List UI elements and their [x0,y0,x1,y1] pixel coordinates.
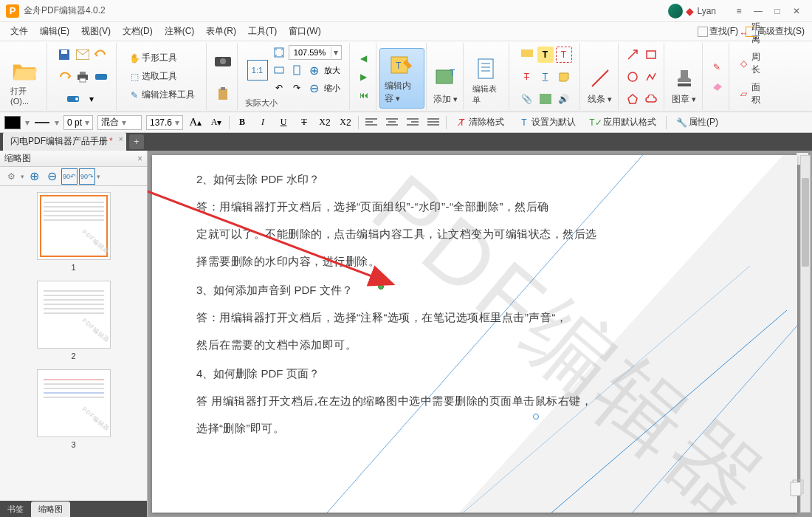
zoom-in-icon[interactable]: ⊕ [306,62,323,78]
redo-icon[interactable] [56,69,72,85]
panel-close-icon[interactable]: × [137,154,142,164]
thumbnail-page-1[interactable]: PDF编辑器 [37,192,111,260]
scrollbar-thumb[interactable] [802,178,809,267]
thumbnail-page-3[interactable]: PDF编辑器 [37,369,111,437]
strike-button[interactable]: T [296,114,312,131]
perimeter-tool[interactable]: ◇周长 [734,49,774,78]
zoom-combo[interactable]: 107.59%▾ [289,45,342,60]
set-default-button[interactable]: T设置为默认 [514,114,581,131]
clear-format-button[interactable]: T̸清除格式 [451,114,509,131]
page-canvas[interactable]: PDF编辑器 2、如何去除 PDF 水印？ 答：用编辑器打开文档后，选择“页面组… [152,155,797,513]
menu-window[interactable]: 窗口(W) [283,22,326,41]
menu-form[interactable]: 表单(R) [200,22,242,41]
superscript-button[interactable]: X2 [337,114,354,131]
menu-file[interactable]: 文件 [4,22,34,41]
zoom-dropdown-icon[interactable]: ▾ [331,47,341,58]
align-right-icon[interactable] [405,114,421,131]
menu-comment[interactable]: 注释(C) [159,22,201,41]
note-icon[interactable] [556,69,572,85]
strike-icon[interactable]: T [519,69,535,85]
undo-icon[interactable] [93,47,109,63]
rect-shape-icon[interactable] [643,47,659,63]
stroke-width-combo[interactable]: 0 pt▾ [63,115,93,130]
menu-document[interactable]: 文档(D) [117,22,159,41]
zoom-out-icon[interactable]: ⊖ [306,80,323,96]
text-highlight-icon[interactable]: T [537,47,554,63]
print-icon[interactable] [75,69,91,85]
eraser-icon[interactable] [709,78,725,94]
clipboard-icon[interactable] [215,86,231,102]
edit-comment-tool[interactable]: ✎编辑注释工具 [124,86,200,103]
scan2-icon[interactable] [65,91,81,107]
attach-icon[interactable]: 📎 [519,91,535,107]
edit-form-button[interactable]: 编辑表单 [468,52,506,109]
scan-icon[interactable] [93,69,109,85]
text-box-icon[interactable]: T [556,47,572,63]
lines-button[interactable]: 线条 ▾ [582,62,618,109]
tab-close-icon[interactable]: × [119,135,123,143]
menu-tools[interactable]: 工具(T) [242,22,283,41]
edit-content-button[interactable]: T 编辑内容 ▾ [379,48,424,109]
handle-mid[interactable] [533,414,539,420]
rotate-right-icon[interactable]: ↷ [289,80,305,96]
close-button[interactable]: ✕ [787,1,806,21]
underline-button[interactable]: U [275,114,292,131]
actual-size-button[interactable]: 1:1 [247,60,268,81]
add-button[interactable]: T 添加 ▾ [428,62,464,109]
cloud-icon[interactable] [643,91,659,107]
selection-box[interactable] [381,273,794,513]
underline-icon[interactable]: T [537,69,554,85]
align-center-icon[interactable] [384,114,400,131]
options-icon[interactable]: ▾ [83,91,100,107]
fit-width-icon[interactable] [271,62,287,78]
save-icon[interactable] [56,47,72,63]
minimize-button[interactable]: — [749,1,768,21]
document-tab[interactable]: 闪电PDF编辑器产品手册*× [3,132,126,151]
vertical-scrollbar[interactable] [800,155,811,513]
thumb-zoom-out-icon[interactable]: ⊖ [44,168,60,185]
fill-color-swatch[interactable] [4,116,21,129]
menu-edit[interactable]: 编辑(E) [34,22,75,41]
align-left-icon[interactable] [363,114,379,131]
rotate-left-icon[interactable]: ↶ [271,80,287,96]
circle-shape-icon[interactable] [625,69,641,85]
properties-button[interactable]: 🔧属性(P) [671,114,723,131]
font-decrease-icon[interactable]: A▾ [208,114,224,131]
apply-default-button[interactable]: T✓应用默认格式 [585,114,661,131]
user-avatar[interactable] [668,4,683,18]
sound-icon[interactable]: 🔊 [556,91,572,107]
thumb-zoom-in-icon[interactable]: ⊕ [26,168,42,185]
select-tool[interactable]: ⬚选取工具 [124,68,200,85]
panel-settings-icon[interactable]: ⚙ [3,168,19,185]
polygon-icon[interactable] [625,91,641,107]
handle-top-rotate[interactable] [378,284,384,290]
fit-height-icon[interactable] [289,62,305,78]
rotate-ccw-icon[interactable]: 90↶ [61,168,78,185]
stamp-button[interactable]: 图章 ▾ [667,62,702,109]
line-style-icon[interactable] [34,114,50,131]
new-tab-button[interactable]: + [129,134,144,149]
italic-button[interactable]: I [255,114,271,131]
blend-combo[interactable]: 混合▾ [97,115,142,130]
align-justify-icon[interactable] [425,114,441,131]
tab-thumbnail[interactable]: 缩略图 [31,501,70,517]
fit-page-icon[interactable] [271,44,287,61]
first-page-icon[interactable]: ⏮ [356,87,372,103]
bold-button[interactable]: B [234,114,250,131]
highlight-icon[interactable] [519,47,535,63]
open-button[interactable]: 打开(O)... [6,55,44,109]
tab-bookmark[interactable]: 书签 [0,501,31,517]
camera-icon[interactable] [212,51,234,70]
arrow-shape-icon[interactable] [625,47,641,63]
menu-more-icon[interactable]: ≡ [729,1,749,21]
subscript-button[interactable]: X2 [317,114,333,131]
font-increase-icon[interactable]: A▴ [187,114,204,131]
opacity-combo[interactable]: 137.6▾ [146,115,183,130]
pencil-icon[interactable]: ✎ [709,59,725,75]
image-annot-icon[interactable] [537,91,554,107]
thumbnail-page-2[interactable]: PDF编辑器 [37,281,111,349]
rotate-cw-icon[interactable]: 90↷ [79,168,95,185]
maximize-button[interactable]: □ [768,1,787,21]
polyline-icon[interactable] [643,69,659,85]
prev-page-icon[interactable]: ◀ [356,50,372,66]
